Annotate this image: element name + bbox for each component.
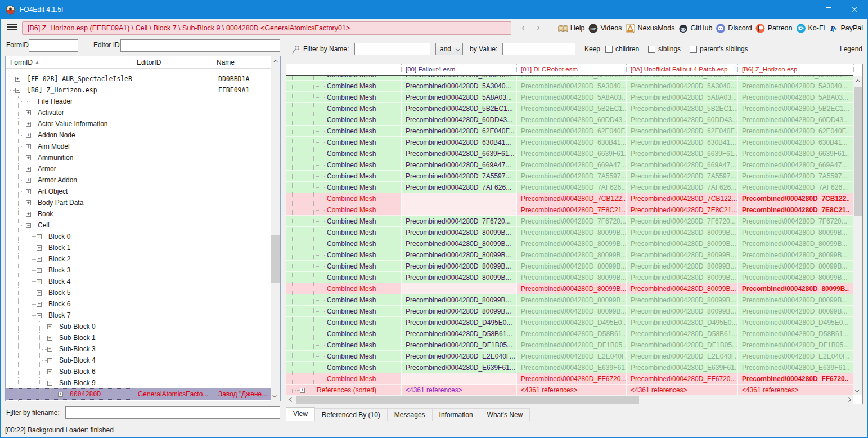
scroll-up-button[interactable]	[271, 56, 280, 66]
expand-icon[interactable]: +	[37, 245, 42, 251]
minimize-button[interactable]	[790, 1, 816, 19]
collapse-icon[interactable]: −	[15, 88, 20, 93]
checkbox-children[interactable]	[605, 46, 613, 53]
grid-row[interactable]: Combined MeshPrecombined\0004280D_80099B…	[286, 306, 853, 317]
tree-row-armor[interactable]: +Armor	[6, 163, 271, 175]
grid-row[interactable]: Combined MeshPrecombined\0004280D_80099B…	[286, 283, 853, 294]
tree-row-block-8[interactable]: +Block 8	[6, 400, 271, 401]
expand-icon[interactable]: +	[26, 110, 31, 115]
expand-icon[interactable]: +	[37, 302, 42, 307]
grid-vertical-scrollbar[interactable]	[853, 76, 862, 395]
tree-row[interactable]	[6, 69, 271, 73]
expand-icon[interactable]: +	[37, 290, 42, 296]
panel-splitter[interactable]	[281, 38, 285, 424]
tab-information[interactable]: Information	[433, 408, 480, 421]
scroll-right-button[interactable]	[844, 395, 853, 404]
grid-row[interactable]: Combined MeshPrecombined\0004280D_5A3040…	[286, 81, 853, 92]
column-header-formid[interactable]: FormID▲	[6, 56, 132, 68]
expand-icon[interactable]: +	[26, 200, 31, 205]
tree-row-cell[interactable]: −Cell	[6, 220, 271, 231]
grid-row[interactable]: Combined MeshPrecombined\0004280D_DF1B05…	[286, 339, 853, 351]
tree-row-block-3[interactable]: +Block 3	[6, 265, 271, 276]
expand-icon[interactable]: +	[26, 212, 31, 217]
expand-icon[interactable]: +	[37, 234, 42, 239]
grid-row[interactable]: Combined MeshPrecombined\0004280D_80099B…	[286, 238, 853, 249]
grid-row[interactable]: Combined MeshPrecombined\0004280D_7AF626…	[286, 182, 853, 193]
toolbar-link-patreon[interactable]: Patreon	[755, 23, 793, 33]
grid-row[interactable]: Combined MeshPrecombined\0004280D_7A5597…	[286, 171, 853, 182]
grid-column-header--b7[interactable]: [B7	[849, 64, 854, 75]
tree-row-sub-block-1[interactable]: +Sub-Block 1	[6, 332, 271, 343]
tree-row-block-5[interactable]: +Block 5	[6, 287, 271, 298]
tree-row-block-0[interactable]: +Block 0	[6, 231, 271, 242]
column-header-editorid[interactable]: EditorID	[132, 56, 212, 68]
tab-view[interactable]: View	[286, 407, 315, 421]
toolbar-link-nexusmods[interactable]: NexusMods	[625, 23, 674, 33]
grid-row[interactable]: Combined MeshPrecombined\0004280D_E2E040…	[286, 351, 853, 362]
formid-input[interactable]	[29, 39, 78, 52]
toolbar-link-discord[interactable]: Discord	[716, 23, 752, 33]
scrollbar-thumb[interactable]	[271, 235, 280, 283]
tree-row-sub-block-3[interactable]: +Sub-Block 3	[6, 343, 271, 355]
grid-row[interactable]: Combined MeshPrecombined\0004280D_5A8A03…	[286, 92, 853, 103]
toolbar-link-help[interactable]: Help	[558, 23, 585, 33]
tree-row-sub-block-4[interactable]: +Sub-Block 4	[6, 355, 271, 366]
expand-icon[interactable]: +	[26, 155, 31, 160]
expand-icon[interactable]: +	[300, 388, 305, 393]
tree-row-0004280d[interactable]: +0004280DGeneralAtomicsFacto...Завод "Дж…	[6, 388, 271, 400]
scroll-down-button[interactable]	[853, 386, 862, 395]
tree-row-block-7[interactable]: −Block 7	[6, 310, 271, 321]
expand-icon[interactable]: +	[15, 77, 20, 82]
tree-row-addon-node[interactable]: +Addon Node	[6, 129, 271, 141]
editorid-input[interactable]	[120, 39, 280, 52]
expand-icon[interactable]: +	[47, 336, 52, 341]
scrollbar-thumb[interactable]	[854, 87, 862, 216]
grid-column-header-tree[interactable]	[286, 64, 402, 75]
close-button[interactable]	[842, 1, 867, 19]
grid-column-header--00-fallout4-esm[interactable]: [00] Fallout4.esm	[402, 64, 517, 75]
grid-row[interactable]: Combined MeshPrecombined\0004280D_7F6720…	[286, 216, 853, 227]
legend-link[interactable]: Legend	[840, 45, 862, 53]
expand-icon[interactable]: +	[47, 347, 52, 352]
grid-row[interactable]: Combined MeshPrecombined\0004280D_62E040…	[286, 126, 853, 137]
tree-row-sub-block-0[interactable]: +Sub-Block 0	[6, 321, 271, 332]
grid-row[interactable]: Combined MeshPrecombined\0004280D_80099B…	[286, 227, 853, 238]
tree-row-sub-block-9[interactable]: −Sub-Block 9	[6, 377, 271, 388]
grid-row[interactable]: Combined MeshPrecombined\0004280D_6639F6…	[286, 148, 853, 159]
toolbar-link-ko-fi[interactable]: Ko-Fi	[796, 23, 825, 33]
filter-operator-select[interactable]: and	[435, 43, 463, 55]
maximize-button[interactable]	[816, 1, 842, 19]
expand-icon[interactable]: +	[26, 189, 31, 194]
nav-forward-button[interactable]: ›	[532, 21, 545, 35]
grid-horizontal-scrollbar[interactable]	[286, 395, 853, 404]
expand-icon[interactable]: +	[37, 268, 42, 273]
tree-row-sub-block-6[interactable]: +Sub-Block 6	[6, 366, 271, 377]
grid-row[interactable]: Combined MeshPrecombined\0004280D_80099B…	[286, 249, 853, 261]
tree-row-file-header[interactable]: File Header	[6, 96, 271, 107]
collapse-icon[interactable]: −	[47, 381, 52, 386]
tree-row-aim-model[interactable]: +Aim Model	[6, 141, 271, 152]
tree-row--fe-02b-aur-spectacleislebridges-esp[interactable]: +[FE 02B] AUR_SpectacleIsleBridges.espDD…	[6, 73, 271, 84]
tree-row--b6-z-horizon-esp[interactable]: −[B6] Z_Horizon.espEEBE09A1	[6, 84, 271, 96]
expand-icon[interactable]: +	[26, 178, 31, 183]
collapse-icon[interactable]: −	[26, 223, 31, 228]
tree-vertical-scrollbar[interactable]	[271, 56, 280, 401]
grid-row[interactable]: Combined MeshPrecombined\0004280D_60DD43…	[286, 114, 853, 126]
breadcrumb[interactable]: [B6] Z_Horizon.esp (EEBE09A1) \ Cell \ B…	[22, 21, 511, 35]
expand-icon[interactable]: +	[26, 144, 31, 149]
scroll-up-button[interactable]	[853, 76, 862, 86]
grid-column-header--b6-z-horizon-esp[interactable]: [B6] Z_Horizon.esp	[738, 64, 849, 75]
tab-messages[interactable]: Messages	[388, 408, 433, 421]
grid-row[interactable]: Combined MeshPrecombined\0004280D_7E8C21…	[286, 204, 853, 216]
expand-icon[interactable]: +	[26, 122, 31, 127]
filename-filter-input[interactable]	[65, 406, 280, 419]
expand-icon[interactable]: +	[47, 369, 52, 374]
tree-row-activator[interactable]: +Activator	[6, 107, 271, 118]
menu-icon[interactable]	[7, 24, 17, 32]
grid-row[interactable]: Combined MeshPrecombined\0004280D_5A3040…	[286, 76, 853, 81]
tree-row-armor-addon[interactable]: +Armor Addon	[6, 175, 271, 186]
grid-row[interactable]: Combined MeshPrecombined\0004280D_80099B…	[286, 294, 853, 306]
tree-row-body-part-data[interactable]: +Body Part Data	[6, 197, 271, 208]
pin-icon[interactable]	[291, 44, 300, 55]
grid-column-header--01-dlcrobot-esm[interactable]: [01] DLCRobot.esm	[517, 64, 627, 75]
